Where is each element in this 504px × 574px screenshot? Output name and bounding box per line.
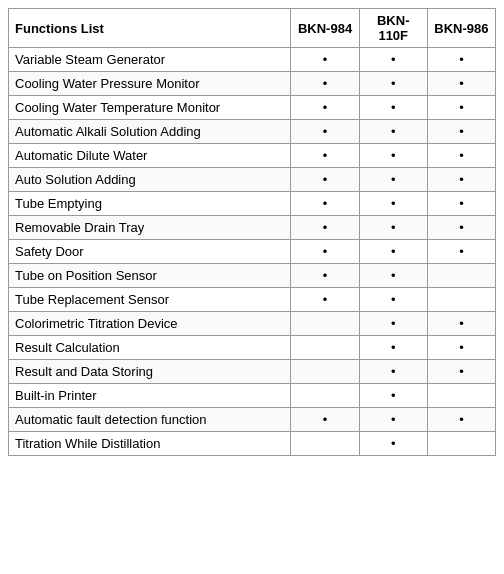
row-4-col1: • xyxy=(291,144,359,168)
table-row: Built-in Printer• xyxy=(9,384,496,408)
row-4-col2: • xyxy=(359,144,427,168)
row-3-col1: • xyxy=(291,120,359,144)
row-12-col2: • xyxy=(359,336,427,360)
header-functions: Functions List xyxy=(9,9,291,48)
row-15-col2: • xyxy=(359,408,427,432)
row-2-col1: • xyxy=(291,96,359,120)
row-label: Built-in Printer xyxy=(9,384,291,408)
row-0-col3: • xyxy=(427,48,495,72)
row-label: Titration While Distillation xyxy=(9,432,291,456)
row-2-col3: • xyxy=(427,96,495,120)
row-11-col1 xyxy=(291,312,359,336)
row-label: Result and Data Storing xyxy=(9,360,291,384)
row-label: Cooling Water Pressure Monitor xyxy=(9,72,291,96)
header-col2: BKN-110F xyxy=(359,9,427,48)
row-label: Cooling Water Temperature Monitor xyxy=(9,96,291,120)
row-6-col2: • xyxy=(359,192,427,216)
row-14-col2: • xyxy=(359,384,427,408)
table-row: Removable Drain Tray••• xyxy=(9,216,496,240)
row-7-col2: • xyxy=(359,216,427,240)
table-row: Titration While Distillation• xyxy=(9,432,496,456)
row-1-col2: • xyxy=(359,72,427,96)
row-11-col2: • xyxy=(359,312,427,336)
table-row: Automatic Dilute Water••• xyxy=(9,144,496,168)
row-13-col3: • xyxy=(427,360,495,384)
table-row: Cooling Water Temperature Monitor••• xyxy=(9,96,496,120)
row-9-col3 xyxy=(427,264,495,288)
table-row: Cooling Water Pressure Monitor••• xyxy=(9,72,496,96)
table-row: Safety Door••• xyxy=(9,240,496,264)
row-6-col3: • xyxy=(427,192,495,216)
row-3-col3: • xyxy=(427,120,495,144)
table-row: Colorimetric Titration Device•• xyxy=(9,312,496,336)
functions-table: Functions List BKN-984 BKN-110F BKN-986 … xyxy=(8,8,496,456)
row-7-col1: • xyxy=(291,216,359,240)
row-3-col2: • xyxy=(359,120,427,144)
row-6-col1: • xyxy=(291,192,359,216)
row-9-col1: • xyxy=(291,264,359,288)
row-12-col1 xyxy=(291,336,359,360)
row-label: Auto Solution Adding xyxy=(9,168,291,192)
row-8-col3: • xyxy=(427,240,495,264)
row-14-col1 xyxy=(291,384,359,408)
row-label: Tube Emptying xyxy=(9,192,291,216)
row-11-col3: • xyxy=(427,312,495,336)
row-13-col1 xyxy=(291,360,359,384)
row-5-col3: • xyxy=(427,168,495,192)
row-label: Tube on Position Sensor xyxy=(9,264,291,288)
row-7-col3: • xyxy=(427,216,495,240)
table-row: Automatic Alkali Solution Adding••• xyxy=(9,120,496,144)
functions-table-container: Functions List BKN-984 BKN-110F BKN-986 … xyxy=(0,0,504,464)
row-10-col3 xyxy=(427,288,495,312)
header-col1: BKN-984 xyxy=(291,9,359,48)
row-10-col2: • xyxy=(359,288,427,312)
table-row: Auto Solution Adding••• xyxy=(9,168,496,192)
row-label: Variable Steam Generator xyxy=(9,48,291,72)
row-15-col3: • xyxy=(427,408,495,432)
row-8-col2: • xyxy=(359,240,427,264)
table-row: Automatic fault detection function••• xyxy=(9,408,496,432)
row-4-col3: • xyxy=(427,144,495,168)
row-label: Tube Replacement Sensor xyxy=(9,288,291,312)
row-16-col1 xyxy=(291,432,359,456)
row-1-col1: • xyxy=(291,72,359,96)
row-label: Automatic Alkali Solution Adding xyxy=(9,120,291,144)
row-2-col2: • xyxy=(359,96,427,120)
table-row: Tube Emptying••• xyxy=(9,192,496,216)
row-8-col1: • xyxy=(291,240,359,264)
row-label: Colorimetric Titration Device xyxy=(9,312,291,336)
row-9-col2: • xyxy=(359,264,427,288)
row-5-col1: • xyxy=(291,168,359,192)
row-label: Removable Drain Tray xyxy=(9,216,291,240)
row-16-col2: • xyxy=(359,432,427,456)
table-row: Tube Replacement Sensor•• xyxy=(9,288,496,312)
row-0-col1: • xyxy=(291,48,359,72)
row-13-col2: • xyxy=(359,360,427,384)
row-label: Safety Door xyxy=(9,240,291,264)
table-row: Result and Data Storing•• xyxy=(9,360,496,384)
table-row: Tube on Position Sensor•• xyxy=(9,264,496,288)
row-label: Result Calculation xyxy=(9,336,291,360)
row-10-col1: • xyxy=(291,288,359,312)
row-14-col3 xyxy=(427,384,495,408)
row-1-col3: • xyxy=(427,72,495,96)
header-col3: BKN-986 xyxy=(427,9,495,48)
table-row: Variable Steam Generator••• xyxy=(9,48,496,72)
row-label: Automatic Dilute Water xyxy=(9,144,291,168)
row-16-col3 xyxy=(427,432,495,456)
row-5-col2: • xyxy=(359,168,427,192)
row-15-col1: • xyxy=(291,408,359,432)
row-label: Automatic fault detection function xyxy=(9,408,291,432)
row-0-col2: • xyxy=(359,48,427,72)
row-12-col3: • xyxy=(427,336,495,360)
table-row: Result Calculation•• xyxy=(9,336,496,360)
